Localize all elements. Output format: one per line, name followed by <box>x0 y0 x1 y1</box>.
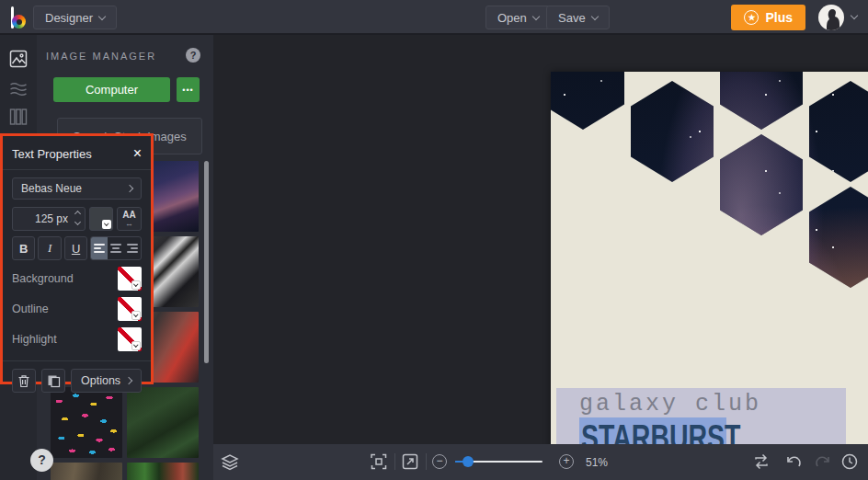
background-label: Background <box>12 272 74 285</box>
color-dropdown-icon[interactable] <box>102 220 111 229</box>
align-right-button[interactable] <box>124 237 141 259</box>
person-silhouette <box>821 8 841 30</box>
chevron-down-icon <box>590 12 598 19</box>
chevron-down-icon <box>98 12 106 19</box>
upload-computer-button[interactable]: Computer <box>53 77 170 102</box>
star-icon: ★ <box>744 10 759 25</box>
user-avatar[interactable] <box>818 5 844 30</box>
reset-icon[interactable] <box>752 452 771 471</box>
fit-to-screen-icon[interactable] <box>370 452 388 471</box>
background-color-swatch[interactable] <box>118 267 142 291</box>
save-menu[interactable]: Save <box>546 6 610 29</box>
redo-icon[interactable] <box>813 452 831 471</box>
bottom-toolbar: − + 51% <box>213 444 868 480</box>
thumb-earth[interactable] <box>51 463 122 480</box>
panel-title: Text Properties <box>12 147 92 161</box>
stepper-up-icon[interactable] <box>74 211 81 217</box>
options-button[interactable]: Options <box>71 369 142 393</box>
more-sources-button[interactable]: ••• <box>177 77 200 102</box>
chevron-down-icon[interactable] <box>851 12 858 19</box>
design-canvas[interactable]: galaxy club STARBURST <box>551 72 868 479</box>
rainbow-logo-icon <box>12 15 26 29</box>
layouts-icon[interactable] <box>8 107 29 127</box>
thumbnail-scrollbar[interactable] <box>204 161 209 363</box>
color-dropdown-icon[interactable] <box>131 341 141 350</box>
text-color-swatch[interactable] <box>89 207 113 231</box>
undo-icon[interactable] <box>785 452 804 471</box>
align-right-icon <box>127 242 138 255</box>
outline-color-swatch[interactable] <box>118 297 142 321</box>
color-dropdown-icon[interactable] <box>131 280 141 290</box>
top-bar: Designer Open Save ★ Plus <box>0 0 868 35</box>
befunky-logo[interactable] <box>11 6 29 29</box>
help-button[interactable]: ? <box>30 449 53 472</box>
galaxy-photo <box>720 72 803 130</box>
text-properties-panel: Text Properties × Bebas Neue 125 px AA ↔… <box>3 136 151 382</box>
thumb-greenery[interactable] <box>127 463 199 480</box>
open-menu[interactable]: Open <box>485 6 551 29</box>
panel-title: IMAGE MANAGER <box>46 51 156 62</box>
zoom-in-button[interactable]: + <box>559 454 574 469</box>
bold-button[interactable]: B <box>12 236 35 260</box>
designer-menu[interactable]: Designer <box>33 6 117 29</box>
workspace: galaxy club STARBURST <box>213 35 868 444</box>
galaxy-hexagon[interactable] <box>631 81 714 182</box>
stepper-down-icon[interactable] <box>74 219 81 225</box>
text-properties-annotation-box: Text Properties × Bebas Neue 125 px AA ↔… <box>0 133 154 384</box>
align-center-icon <box>110 242 121 255</box>
align-left-icon <box>94 242 105 255</box>
galaxy-photo <box>809 187 868 288</box>
galaxy-hexagon[interactable] <box>720 72 803 130</box>
font-family-selector[interactable]: Bebas Neue <box>12 177 142 200</box>
galaxy-hexagon[interactable] <box>551 72 624 130</box>
galaxy-photo <box>551 72 624 130</box>
chevron-right-icon <box>126 185 133 192</box>
adjustments-icon[interactable] <box>8 79 29 99</box>
horizontal-arrows-icon: ↔ <box>125 220 133 227</box>
font-size-input[interactable]: 125 px <box>12 207 86 231</box>
chevron-right-icon <box>125 377 132 384</box>
chevron-down-icon <box>532 12 540 19</box>
galaxy-hexagon[interactable] <box>809 187 868 288</box>
subtitle-text[interactable]: galaxy club <box>579 391 761 417</box>
zoom-slider[interactable] <box>455 461 542 463</box>
zoom-out-button[interactable]: − <box>432 454 447 469</box>
color-dropdown-icon[interactable] <box>131 311 141 320</box>
galaxy-hexagon[interactable] <box>720 134 803 235</box>
align-left-button[interactable] <box>91 237 108 259</box>
delete-layer-button[interactable] <box>12 369 36 393</box>
zoom-level: 51% <box>586 456 608 469</box>
highlight-color-swatch[interactable] <box>118 327 142 351</box>
duplicate-icon <box>47 374 61 388</box>
zoom-slider-knob[interactable] <box>463 456 474 467</box>
thumb-sprinkles[interactable] <box>51 387 122 458</box>
history-icon[interactable] <box>840 452 859 471</box>
layers-icon[interactable] <box>221 452 239 471</box>
galaxy-photo <box>809 81 868 182</box>
text-align-group <box>90 236 142 260</box>
underline-button[interactable]: U <box>64 236 87 260</box>
image-manager-icon[interactable] <box>8 49 29 69</box>
font-size-stepper[interactable] <box>75 211 80 224</box>
letter-spacing-button[interactable]: AA ↔ <box>117 207 142 231</box>
galaxy-photo <box>720 134 803 235</box>
italic-button[interactable]: I <box>38 236 61 260</box>
outline-label: Outline <box>12 303 49 315</box>
galaxy-photo <box>631 81 714 182</box>
close-icon[interactable]: × <box>133 146 142 161</box>
highlight-label: Highlight <box>12 333 57 346</box>
galaxy-hexagon[interactable] <box>809 81 868 182</box>
align-center-button[interactable] <box>108 237 124 259</box>
preview-icon[interactable] <box>401 452 419 471</box>
trash-icon <box>17 374 30 388</box>
thumb-forest[interactable] <box>127 387 199 458</box>
upgrade-plus-button[interactable]: ★ Plus <box>731 5 805 30</box>
help-icon[interactable]: ? <box>186 48 200 63</box>
duplicate-layer-button[interactable] <box>41 369 65 393</box>
